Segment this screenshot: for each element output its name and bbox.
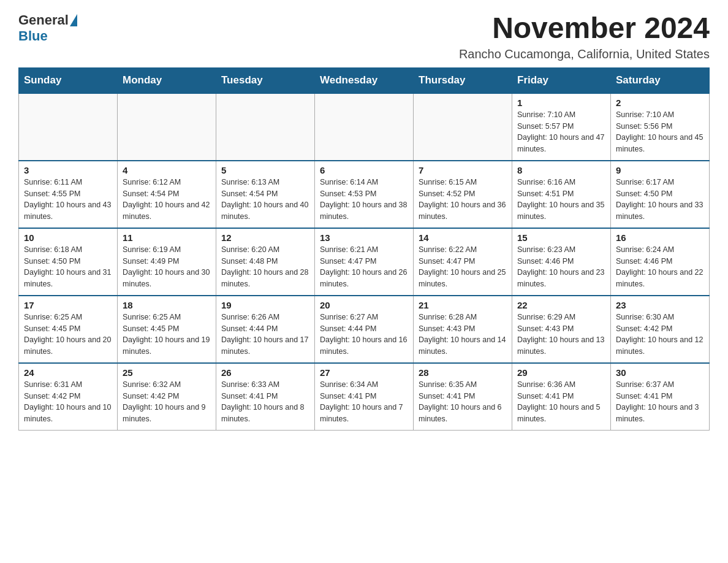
day-info: Sunrise: 6:19 AM Sunset: 4:49 PM Dayligh… [123,244,211,290]
calendar-day-cell: 21Sunrise: 6:28 AM Sunset: 4:43 PM Dayli… [414,296,512,363]
day-number: 8 [517,165,605,175]
day-info: Sunrise: 6:13 AM Sunset: 4:54 PM Dayligh… [221,177,309,223]
day-number: 24 [24,367,112,378]
day-info: Sunrise: 6:22 AM Sunset: 4:47 PM Dayligh… [419,244,507,290]
day-info: Sunrise: 6:21 AM Sunset: 4:47 PM Dayligh… [320,244,408,290]
calendar-day-cell: 3Sunrise: 6:11 AM Sunset: 4:55 PM Daylig… [19,161,118,228]
day-info: Sunrise: 6:24 AM Sunset: 4:46 PM Dayligh… [616,244,704,290]
calendar-week-row: 17Sunrise: 6:25 AM Sunset: 4:45 PM Dayli… [19,296,710,363]
day-of-week-header: Tuesday [216,67,315,93]
title-block: November 2024 Rancho Cucamonga, Californ… [459,12,710,61]
calendar-day-cell: 5Sunrise: 6:13 AM Sunset: 4:54 PM Daylig… [216,161,315,228]
day-number: 23 [616,300,704,310]
calendar-day-cell: 26Sunrise: 6:33 AM Sunset: 4:41 PM Dayli… [216,363,315,431]
day-number: 3 [24,165,112,175]
day-number: 29 [517,367,605,378]
day-info: Sunrise: 6:14 AM Sunset: 4:53 PM Dayligh… [320,177,408,223]
calendar-week-row: 3Sunrise: 6:11 AM Sunset: 4:55 PM Daylig… [19,161,710,228]
logo-triangle-icon [70,14,77,26]
page-header: General Blue November 2024 Rancho Cucamo… [18,12,710,61]
month-year-title: November 2024 [459,12,710,45]
day-of-week-header: Sunday [19,67,118,93]
day-info: Sunrise: 6:18 AM Sunset: 4:50 PM Dayligh… [24,244,112,290]
day-info: Sunrise: 6:37 AM Sunset: 4:41 PM Dayligh… [616,379,704,425]
day-info: Sunrise: 6:33 AM Sunset: 4:41 PM Dayligh… [221,379,309,425]
day-of-week-header: Thursday [414,67,512,93]
day-number: 5 [221,165,309,175]
day-info: Sunrise: 6:25 AM Sunset: 4:45 PM Dayligh… [123,312,211,358]
day-info: Sunrise: 6:34 AM Sunset: 4:41 PM Dayligh… [320,379,408,425]
day-info: Sunrise: 6:31 AM Sunset: 4:42 PM Dayligh… [24,379,112,425]
calendar-day-cell [414,93,512,161]
day-number: 13 [320,232,408,243]
day-info: Sunrise: 6:29 AM Sunset: 4:43 PM Dayligh… [517,312,605,358]
calendar-week-row: 10Sunrise: 6:18 AM Sunset: 4:50 PM Dayli… [19,228,710,296]
day-info: Sunrise: 6:36 AM Sunset: 4:41 PM Dayligh… [517,379,605,425]
calendar-week-row: 24Sunrise: 6:31 AM Sunset: 4:42 PM Dayli… [19,363,710,431]
day-number: 25 [123,367,211,378]
calendar-day-cell: 7Sunrise: 6:15 AM Sunset: 4:52 PM Daylig… [414,161,512,228]
day-number: 10 [24,232,112,243]
calendar-day-cell: 12Sunrise: 6:20 AM Sunset: 4:48 PM Dayli… [216,228,315,296]
day-info: Sunrise: 6:30 AM Sunset: 4:42 PM Dayligh… [616,312,704,358]
logo: General Blue [18,12,77,44]
logo-blue-text: Blue [18,28,48,44]
calendar-day-cell: 20Sunrise: 6:27 AM Sunset: 4:44 PM Dayli… [315,296,414,363]
day-number: 9 [616,165,704,175]
calendar-day-cell: 2Sunrise: 7:10 AM Sunset: 5:56 PM Daylig… [611,93,710,161]
location-title: Rancho Cucamonga, California, United Sta… [459,47,710,61]
calendar-day-cell: 25Sunrise: 6:32 AM Sunset: 4:42 PM Dayli… [118,363,216,431]
day-number: 19 [221,300,309,310]
day-info: Sunrise: 6:17 AM Sunset: 4:50 PM Dayligh… [616,177,704,223]
calendar-day-cell: 8Sunrise: 6:16 AM Sunset: 4:51 PM Daylig… [512,161,611,228]
calendar-day-cell: 1Sunrise: 7:10 AM Sunset: 5:57 PM Daylig… [512,93,611,161]
day-number: 20 [320,300,408,310]
day-of-week-header: Saturday [611,67,710,93]
day-info: Sunrise: 6:15 AM Sunset: 4:52 PM Dayligh… [419,177,507,223]
day-of-week-header: Monday [118,67,216,93]
day-info: Sunrise: 6:35 AM Sunset: 4:41 PM Dayligh… [419,379,507,425]
day-number: 16 [616,232,704,243]
day-info: Sunrise: 6:32 AM Sunset: 4:42 PM Dayligh… [123,379,211,425]
day-of-week-header: Friday [512,67,611,93]
day-info: Sunrise: 6:12 AM Sunset: 4:54 PM Dayligh… [123,177,211,223]
day-number: 21 [419,300,507,310]
day-info: Sunrise: 7:10 AM Sunset: 5:57 PM Dayligh… [517,109,605,155]
calendar-day-cell: 19Sunrise: 6:26 AM Sunset: 4:44 PM Dayli… [216,296,315,363]
day-info: Sunrise: 7:10 AM Sunset: 5:56 PM Dayligh… [616,109,704,155]
calendar-day-cell: 17Sunrise: 6:25 AM Sunset: 4:45 PM Dayli… [19,296,118,363]
day-number: 11 [123,232,211,243]
calendar-day-cell: 24Sunrise: 6:31 AM Sunset: 4:42 PM Dayli… [19,363,118,431]
day-info: Sunrise: 6:27 AM Sunset: 4:44 PM Dayligh… [320,312,408,358]
calendar-week-row: 1Sunrise: 7:10 AM Sunset: 5:57 PM Daylig… [19,93,710,161]
day-number: 22 [517,300,605,310]
day-number: 12 [221,232,309,243]
calendar-day-cell: 30Sunrise: 6:37 AM Sunset: 4:41 PM Dayli… [611,363,710,431]
day-number: 15 [517,232,605,243]
day-number: 7 [419,165,507,175]
calendar-day-cell: 6Sunrise: 6:14 AM Sunset: 4:53 PM Daylig… [315,161,414,228]
calendar-day-cell: 23Sunrise: 6:30 AM Sunset: 4:42 PM Dayli… [611,296,710,363]
day-info: Sunrise: 6:16 AM Sunset: 4:51 PM Dayligh… [517,177,605,223]
days-of-week-row: SundayMondayTuesdayWednesdayThursdayFrid… [19,67,710,93]
calendar-day-cell: 29Sunrise: 6:36 AM Sunset: 4:41 PM Dayli… [512,363,611,431]
day-number: 17 [24,300,112,310]
calendar-day-cell: 16Sunrise: 6:24 AM Sunset: 4:46 PM Dayli… [611,228,710,296]
calendar-day-cell [118,93,216,161]
day-info: Sunrise: 6:26 AM Sunset: 4:44 PM Dayligh… [221,312,309,358]
calendar-day-cell: 22Sunrise: 6:29 AM Sunset: 4:43 PM Dayli… [512,296,611,363]
day-info: Sunrise: 6:28 AM Sunset: 4:43 PM Dayligh… [419,312,507,358]
calendar-day-cell: 15Sunrise: 6:23 AM Sunset: 4:46 PM Dayli… [512,228,611,296]
day-number: 30 [616,367,704,378]
day-info: Sunrise: 6:25 AM Sunset: 4:45 PM Dayligh… [24,312,112,358]
day-number: 27 [320,367,408,378]
day-number: 28 [419,367,507,378]
day-number: 4 [123,165,211,175]
day-number: 14 [419,232,507,243]
calendar-day-cell: 27Sunrise: 6:34 AM Sunset: 4:41 PM Dayli… [315,363,414,431]
calendar-day-cell [315,93,414,161]
day-info: Sunrise: 6:11 AM Sunset: 4:55 PM Dayligh… [24,177,112,223]
day-of-week-header: Wednesday [315,67,414,93]
calendar-body: 1Sunrise: 7:10 AM Sunset: 5:57 PM Daylig… [19,93,710,431]
day-number: 1 [517,98,605,108]
